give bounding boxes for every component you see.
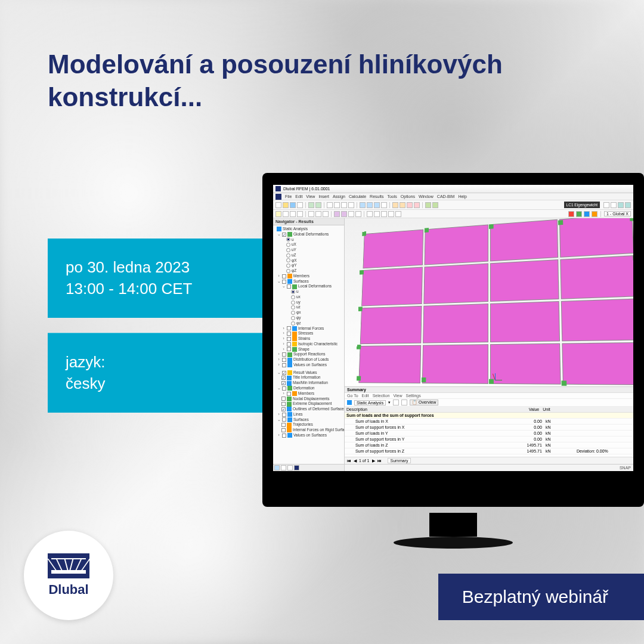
tree-deformation[interactable]: Deformation xyxy=(293,386,314,391)
tree-ux[interactable]: uX xyxy=(292,242,296,247)
tree-extremedisp[interactable]: Extreme Displacement xyxy=(293,401,332,407)
nav-prev-icon[interactable] xyxy=(603,202,609,208)
summary-menu-selection[interactable]: Selection xyxy=(373,394,390,398)
shape-icon[interactable] xyxy=(348,211,354,217)
tree-surfaces2[interactable]: Surfaces xyxy=(293,417,309,423)
menu-edit[interactable]: Edit xyxy=(295,194,302,199)
menu-assign[interactable]: Assign xyxy=(333,194,345,199)
draw-icon[interactable] xyxy=(275,211,281,217)
summary-next-icon[interactable] xyxy=(401,400,407,405)
checkbox[interactable] xyxy=(287,392,291,396)
radio[interactable] xyxy=(291,316,295,320)
radio[interactable] xyxy=(286,243,290,247)
color-icon[interactable] xyxy=(592,211,597,217)
tree-resultvals[interactable]: Result Values xyxy=(293,370,317,376)
tool-icon[interactable] xyxy=(348,202,354,208)
menu-view[interactable]: View xyxy=(306,194,315,199)
misc-icon[interactable] xyxy=(367,211,373,217)
checkbox[interactable] xyxy=(282,417,286,422)
pager-prev-icon[interactable]: ◀ xyxy=(354,459,357,463)
view-icon[interactable] xyxy=(367,202,373,208)
summary-prev-icon[interactable] xyxy=(393,400,399,405)
select-icon[interactable] xyxy=(315,211,321,217)
tree-surfaces[interactable]: Surfaces xyxy=(293,279,309,284)
model-icon[interactable] xyxy=(414,202,420,208)
checkbox[interactable] xyxy=(281,402,286,406)
menu-file[interactable]: File xyxy=(285,194,292,199)
menu-cadbim[interactable]: CAD-BIM xyxy=(437,194,455,199)
radio[interactable] xyxy=(286,237,290,242)
tree-titleinfo[interactable]: Title Information xyxy=(293,375,320,380)
summary-menu-edit[interactable]: Edit xyxy=(362,394,369,398)
misc-icon[interactable] xyxy=(395,211,401,217)
summary-tab-overview[interactable]: 📋 Overview xyxy=(410,400,438,405)
shape-icon[interactable] xyxy=(334,211,340,217)
cta-button[interactable]: Bezplatný webinář xyxy=(438,574,644,620)
tree-nodaldisp[interactable]: Nodal Displacements xyxy=(293,397,329,402)
tree-distrib[interactable]: Distribution of Loads xyxy=(293,357,329,363)
shape-icon[interactable] xyxy=(355,211,361,217)
tree-u[interactable]: u xyxy=(292,237,294,243)
menu-options[interactable]: Options xyxy=(401,194,415,199)
model-icon[interactable] xyxy=(407,202,413,208)
navtab-display-icon[interactable] xyxy=(281,465,286,470)
radio[interactable] xyxy=(291,321,295,326)
tree-local-def[interactable]: Local Deformations xyxy=(298,284,332,289)
tree-global-def[interactable]: Global Deformations xyxy=(293,232,329,237)
checkbox[interactable] xyxy=(281,376,286,380)
checkbox[interactable] xyxy=(282,274,286,278)
radio[interactable] xyxy=(286,269,290,273)
shape-icon[interactable] xyxy=(341,211,347,217)
summary-menu-view[interactable]: View xyxy=(393,394,402,398)
undo-icon[interactable] xyxy=(308,202,314,208)
checkbox[interactable] xyxy=(282,358,286,362)
tree-lphiy[interactable]: φy xyxy=(296,315,301,321)
navtab-views-icon[interactable] xyxy=(287,465,293,470)
color-icon[interactable] xyxy=(568,211,574,217)
tree-static-analysis[interactable]: Static Analysis xyxy=(283,227,308,232)
redo-icon[interactable] xyxy=(315,202,321,208)
tree-phix[interactable]: φX xyxy=(292,258,297,264)
checkbox[interactable] xyxy=(282,371,286,375)
draw-icon[interactable] xyxy=(297,211,303,217)
tree-valssurf2[interactable]: Values on Surfaces xyxy=(293,433,327,438)
radio[interactable] xyxy=(291,311,295,315)
tree-intforces[interactable]: Internal Forces xyxy=(298,326,324,332)
open-icon[interactable] xyxy=(283,202,289,208)
checkbox[interactable] xyxy=(282,363,286,367)
view-dropdown[interactable]: 1 - Global X xyxy=(604,211,631,216)
view-icon[interactable] xyxy=(381,202,387,208)
menu-help[interactable]: Help xyxy=(458,194,466,199)
nav-next-icon[interactable] xyxy=(611,202,617,208)
tree-stresses[interactable]: Stresses xyxy=(298,331,313,336)
tree-traj[interactable]: Trajectories xyxy=(293,422,313,428)
tree-strains[interactable]: Strains xyxy=(298,336,310,342)
view-icon[interactable] xyxy=(360,202,366,208)
model-icon[interactable] xyxy=(400,202,405,208)
tree-support[interactable]: Support Reactions xyxy=(293,352,325,357)
tree-outlines[interactable]: Outlines of Deformed Surfaces xyxy=(293,407,344,412)
menu-results[interactable]: Results xyxy=(370,194,383,199)
tool-icon[interactable] xyxy=(341,202,347,208)
select-icon[interactable] xyxy=(323,211,329,217)
misc-icon[interactable] xyxy=(388,211,394,217)
navigator-tree[interactable]: Static Analysis ⌄Global Deformations u u… xyxy=(273,225,344,464)
tree-valssurf[interactable]: Values on Surfaces xyxy=(293,363,327,368)
checkbox[interactable] xyxy=(287,337,291,341)
tool-icon[interactable] xyxy=(327,202,333,208)
misc-icon[interactable] xyxy=(374,211,380,217)
color-icon[interactable] xyxy=(584,211,590,217)
navtab-data-icon[interactable] xyxy=(274,465,280,470)
tree-phiy[interactable]: φY xyxy=(292,263,297,268)
radio[interactable] xyxy=(286,248,290,252)
radio[interactable] xyxy=(291,305,295,309)
tree-uy[interactable]: uY xyxy=(292,247,296,253)
tree-members[interactable]: Members xyxy=(293,274,309,279)
pager-last-icon[interactable]: ⏭ xyxy=(377,459,382,463)
print-icon[interactable] xyxy=(297,202,303,208)
tool-icon[interactable] xyxy=(334,202,340,208)
checkbox[interactable] xyxy=(282,434,286,438)
checkbox[interactable] xyxy=(281,423,286,427)
pager-next-icon[interactable]: ▶ xyxy=(372,459,375,463)
radio[interactable] xyxy=(286,253,290,258)
